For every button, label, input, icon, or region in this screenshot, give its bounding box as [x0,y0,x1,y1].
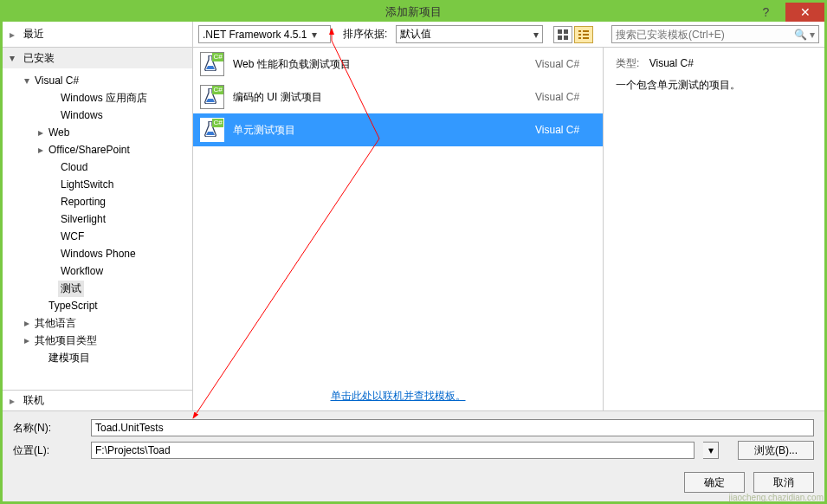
location-dropdown-button[interactable]: ▾ [703,442,719,459]
browse-button[interactable]: 浏览(B)... [738,441,814,460]
content-area: .NET Framework 4.5.1 ▾ 排序依据: 默认值 ▾ [193,22,824,410]
online-search-link[interactable]: 单击此处以联机并查找模板。 [193,382,603,410]
dialog-buttons: 确定 取消 [3,465,824,501]
recent-header[interactable]: ▸ 最近 [3,22,192,48]
main-area: ▸ 最近 ▾ 已安装 ▾Visual C#Windows 应用商店Windows… [3,22,824,410]
svg-rect-4 [578,30,581,32]
tree-item[interactable]: ▸Web [3,124,192,141]
tree-item-label: Silverlight [58,212,108,226]
chevron-right-icon: ▸ [10,395,20,407]
tree-item-label: LightSwitch [58,178,116,191]
tree-item-label: Visual C# [32,74,81,87]
tree-item[interactable]: ▸其他语言 [3,314,192,332]
svg-rect-3 [564,36,568,40]
svg-rect-2 [558,36,562,40]
installed-header[interactable]: ▾ 已安装 [3,48,192,68]
tree-item[interactable]: Silverlight [3,210,192,228]
location-field[interactable] [91,442,695,459]
tree-item-label: 其他语言 [32,315,79,332]
template-name: 单元测试项目 [233,123,527,138]
test-project-icon: C# [200,118,224,142]
search-input[interactable] [616,29,794,41]
tree-item[interactable]: LightSwitch [3,176,192,193]
test-project-icon: C# [200,52,224,76]
close-button[interactable]: ✕ [785,3,824,22]
search-box[interactable]: 🔍 ▾ [611,25,819,43]
template-row[interactable]: C#单元测试项目Visual C# [193,113,603,146]
tree-item-label: Cloud [58,160,90,174]
template-language: Visual C# [535,91,596,103]
online-label: 联机 [23,393,44,408]
watermark: jiaocheng.chazidian.com [728,493,824,502]
tree-item[interactable]: 建模项目 [3,349,192,366]
svg-rect-8 [578,37,581,39]
detail-type-row: 类型: Visual C# [616,56,812,71]
tree-item-label: Windows 应用商店 [58,90,150,107]
framework-value: .NET Framework 4.5.1 [203,29,307,41]
detail-type-value: Visual C# [649,57,694,69]
tree-item-label: 建模项目 [46,350,93,366]
template-name: Web 性能和负载测试项目 [233,57,527,72]
name-field[interactable] [91,419,814,436]
template-row[interactable]: C#编码的 UI 测试项目Visual C# [193,81,603,113]
list-icon [578,29,589,40]
tree-item-label: 其他项目类型 [32,333,100,349]
recent-label: 最近 [23,27,44,42]
tree-item[interactable]: Workflow [3,262,192,280]
tree-item-label: TypeScript [46,299,100,313]
svg-rect-6 [578,34,581,36]
help-button[interactable]: ? [746,3,785,22]
category-tree: ▾Visual C#Windows 应用商店Windows▸Web▸Office… [3,68,192,390]
bottom-panel: 名称(N): 位置(L): ▾ 浏览(B)... [3,410,824,465]
filter-toolbar: .NET Framework 4.5.1 ▾ 排序依据: 默认值 ▾ [193,22,824,48]
tree-item-label: Workflow [58,264,106,278]
tree-item-label: WCF [58,229,87,243]
window-title: 添加新项目 [3,4,824,20]
framework-dropdown[interactable]: .NET Framework 4.5.1 ▾ [198,25,331,43]
template-row[interactable]: C#Web 性能和负载测试项目Visual C# [193,48,603,81]
view-toggles [553,26,593,43]
chevron-down-icon: ▾ [22,74,32,87]
template-language: Visual C# [535,124,596,136]
sort-dropdown[interactable]: 默认值 ▾ [396,25,543,43]
tree-item[interactable]: ▾Visual C# [3,72,192,89]
sort-value: 默认值 [400,27,431,42]
tree-item[interactable]: ▸其他项目类型 [3,332,192,349]
tree-item[interactable]: Reporting [3,193,192,210]
tree-item-label: Reporting [58,195,108,209]
chevron-down-icon: ▾ [10,52,20,64]
tree-item-label: Windows Phone [58,247,139,261]
tree-item[interactable]: Windows Phone [3,245,192,262]
location-row: 位置(L): ▾ 浏览(B)... [13,439,814,462]
tree-item[interactable]: Windows [3,107,192,124]
name-label: 名称(N): [13,421,82,436]
name-row: 名称(N): [13,417,814,439]
svg-rect-7 [583,34,589,36]
location-label: 位置(L): [13,443,82,458]
online-header[interactable]: ▸ 联机 [3,390,192,410]
view-list[interactable] [574,26,593,43]
template-language: Visual C# [535,58,596,70]
chevron-right-icon: ▸ [36,126,46,139]
detail-pane: 类型: Visual C# 一个包含单元测试的项目。 [604,48,824,410]
svg-rect-9 [583,37,589,39]
tree-item-label: Office/SharePoint [46,143,132,157]
ok-button[interactable]: 确定 [684,472,745,493]
tree-item[interactable]: 测试 [3,280,192,297]
tree-item[interactable]: ▸Office/SharePoint [3,141,192,158]
window-controls: ? ✕ [746,3,824,22]
search-icon: 🔍 [794,29,807,41]
tree-item-label: 测试 [58,281,84,297]
tree-item[interactable]: WCF [3,228,192,245]
test-project-icon: C# [200,85,224,109]
tree-item[interactable]: TypeScript [3,297,192,314]
cancel-button[interactable]: 取消 [753,472,814,493]
tree-item[interactable]: Windows 应用商店 [3,89,192,107]
svg-rect-0 [558,29,562,34]
view-small-icons[interactable] [553,26,572,43]
sort-label: 排序依据: [343,27,387,42]
template-items: C#Web 性能和负载测试项目Visual C#C#编码的 UI 测试项目Vis… [193,48,603,382]
tree-item[interactable]: Cloud [3,158,192,176]
content-row: C#Web 性能和负载测试项目Visual C#C#编码的 UI 测试项目Vis… [193,48,824,410]
chevron-right-icon: ▸ [22,317,32,329]
